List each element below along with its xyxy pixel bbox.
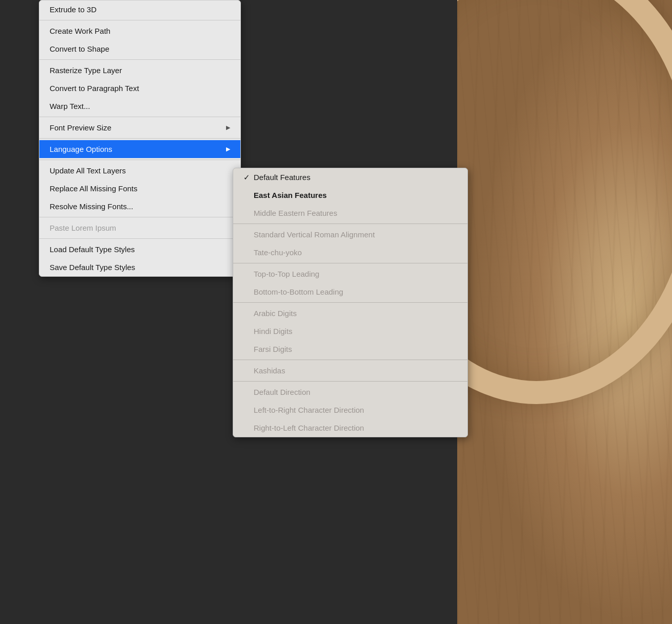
sub-menu-item-middle-eastern-features[interactable]: Middle Eastern Features: [233, 204, 467, 222]
sub-separator: [233, 302, 467, 303]
separator: [39, 59, 240, 60]
sub-menu-item-hindi-digits[interactable]: Hindi Digits: [233, 322, 467, 340]
menu-item-warp-text[interactable]: Warp Text...: [39, 97, 240, 115]
menu-item-resolve-missing-fonts[interactable]: Resolve Missing Fonts...: [39, 197, 240, 215]
menu-item-update-all-text[interactable]: Update All Text Layers: [39, 162, 240, 180]
separator: [39, 20, 240, 20]
sub-menu-item-right-to-left[interactable]: Right-to-Left Character Direction: [233, 419, 467, 437]
menu-item-save-default-type-styles[interactable]: Save Default Type Styles: [39, 258, 240, 276]
menu-item-paste-lorem-ipsum[interactable]: Paste Lorem Ipsum: [39, 219, 240, 237]
language-options-submenu: ✓ Default Features East Asian Features M…: [233, 168, 468, 437]
sub-menu-item-kashidas[interactable]: Kashidas: [233, 362, 467, 380]
sub-separator: [233, 263, 467, 263]
menu-item-create-work-path[interactable]: Create Work Path: [39, 22, 240, 40]
submenu-arrow-icon: ▶: [226, 145, 230, 153]
sub-menu-item-bottom-to-bottom-leading[interactable]: Bottom-to-Bottom Leading: [233, 283, 467, 301]
separator: [39, 117, 240, 117]
separator: [39, 238, 240, 239]
sub-separator: [233, 224, 467, 224]
menu-item-replace-missing-fonts[interactable]: Replace All Missing Fonts: [39, 180, 240, 197]
main-context-menu: Extrude to 3D Create Work Path Convert t…: [39, 0, 241, 277]
sub-menu-item-tate-chu-yoko[interactable]: Tate-chu-yoko: [233, 243, 467, 261]
submenu-arrow-icon: ▶: [226, 124, 230, 131]
sub-menu-item-default-direction[interactable]: Default Direction: [233, 383, 467, 401]
sub-menu-item-top-to-top-leading[interactable]: Top-to-Top Leading: [233, 265, 467, 283]
menu-item-font-preview-size[interactable]: Font Preview Size ▶: [39, 119, 240, 137]
menu-item-load-default-type-styles[interactable]: Load Default Type Styles: [39, 240, 240, 258]
separator: [39, 160, 240, 160]
menu-item-convert-to-shape[interactable]: Convert to Shape: [39, 40, 240, 58]
checkmark-icon: ✓: [243, 172, 254, 183]
sub-menu-item-arabic-digits[interactable]: Arabic Digits: [233, 304, 467, 322]
sub-menu-item-east-asian-features[interactable]: East Asian Features: [233, 186, 467, 204]
sub-menu-item-farsi-digits[interactable]: Farsi Digits: [233, 340, 467, 358]
menu-item-rasterize-type[interactable]: Rasterize Type Layer: [39, 61, 240, 79]
sub-separator: [233, 381, 467, 382]
sub-menu-item-left-to-right[interactable]: Left-to-Right Character Direction: [233, 401, 467, 419]
menu-item-language-options[interactable]: Language Options ▶: [39, 140, 240, 158]
menu-item-convert-paragraph[interactable]: Convert to Paragraph Text: [39, 79, 240, 97]
sub-menu-item-default-features[interactable]: ✓ Default Features: [233, 168, 467, 186]
separator: [39, 217, 240, 217]
menu-item-extrude-3d[interactable]: Extrude to 3D: [39, 1, 240, 18]
sub-separator: [233, 360, 467, 360]
background-photo: [457, 0, 672, 624]
separator: [39, 138, 240, 139]
sub-menu-item-standard-vertical[interactable]: Standard Vertical Roman Alignment: [233, 226, 467, 243]
